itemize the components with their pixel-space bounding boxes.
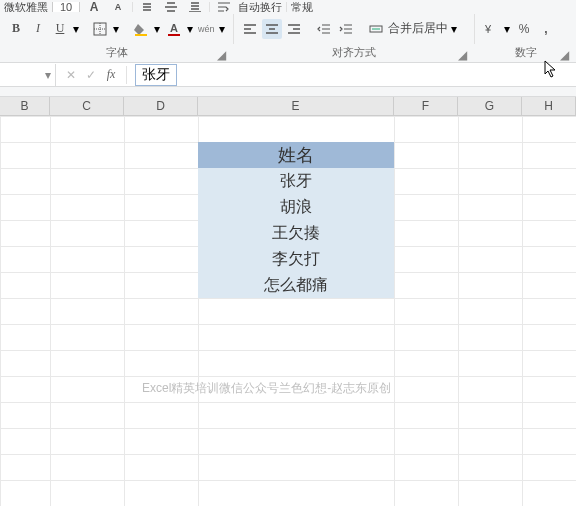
spreadsheet-grid[interactable]: 姓名张牙胡浪王欠揍李欠打怎么都痛Excel精英培训微信公众号兰色幻想-赵志东原创 (0, 116, 576, 506)
group-alignment: 合并后居中 ▾ 对齐方式 ◢ (234, 12, 474, 62)
align-center-icon[interactable] (262, 19, 282, 39)
chevron-down-icon[interactable]: ▾ (73, 22, 81, 36)
svg-rect-3 (168, 34, 180, 36)
group-number: ¥ ▾ % , 数字 ◢ (475, 12, 576, 62)
group-font-label: 字体 (0, 45, 233, 62)
confirm-icon[interactable]: ✓ (82, 66, 100, 84)
group-align-label: 对齐方式 (234, 45, 474, 62)
align-top-icon[interactable] (137, 2, 157, 12)
chevron-down-icon[interactable]: ▾ (154, 22, 162, 36)
svg-text:A: A (170, 22, 178, 34)
table-header-cell[interactable]: 姓名 (198, 142, 394, 168)
merge-center-button[interactable] (366, 19, 386, 39)
chevron-down-icon[interactable]: ▾ (45, 68, 51, 82)
table-row[interactable]: 胡浪 (198, 194, 394, 220)
merge-center-label: 合并后居中 (388, 20, 448, 37)
ribbon: 微软雅黑 10 A A 自动换行 常规 B I U ▾ ▾ ▾ (0, 0, 576, 63)
number-format-label: 常规 (291, 2, 313, 12)
fill-color-button[interactable] (131, 19, 151, 39)
formula-input-area[interactable]: 张牙 (127, 64, 576, 86)
decrease-font-icon[interactable]: A (108, 2, 128, 12)
formula-tools: ✕ ✓ fx (56, 66, 127, 84)
border-button[interactable] (90, 19, 110, 39)
name-box-input[interactable] (4, 68, 45, 82)
table-row[interactable]: 李欠打 (198, 246, 394, 272)
fx-icon[interactable]: fx (102, 66, 120, 84)
column-header-G[interactable]: G (458, 97, 522, 116)
align-right-icon[interactable] (284, 19, 304, 39)
table-row[interactable]: 王欠揍 (198, 220, 394, 246)
column-header-C[interactable]: C (50, 97, 124, 116)
chevron-down-icon[interactable]: ▾ (451, 22, 459, 36)
column-header-F[interactable]: F (394, 97, 458, 116)
column-header-B[interactable]: B (0, 97, 50, 116)
phonetic-button[interactable]: wén (196, 19, 216, 39)
watermark-text: Excel精英培训微信公众号兰色幻想-赵志东原创 (142, 380, 391, 397)
ribbon-groups: B I U ▾ ▾ ▾ A ▾ wén ▾ 字体 ◢ (0, 12, 576, 62)
align-middle-icon[interactable] (161, 2, 181, 12)
decrease-indent-icon[interactable] (314, 19, 334, 39)
dialog-launcher-icon[interactable]: ◢ (217, 48, 229, 60)
align-bottom-icon[interactable] (185, 2, 205, 12)
currency-button[interactable]: ¥ (481, 19, 501, 39)
formula-value[interactable]: 张牙 (135, 64, 177, 86)
chevron-down-icon[interactable]: ▾ (113, 22, 121, 36)
table-row[interactable]: 张牙 (198, 168, 394, 194)
cancel-icon[interactable]: ✕ (62, 66, 80, 84)
name-box[interactable]: ▾ (0, 64, 56, 86)
formula-bar: ▾ ✕ ✓ fx 张牙 (0, 63, 576, 87)
italic-button[interactable]: I (28, 19, 48, 39)
font-color-button[interactable]: A (164, 19, 184, 39)
align-left-icon[interactable] (240, 19, 260, 39)
font-size-box[interactable]: 10 (52, 2, 80, 12)
column-header-E[interactable]: E (198, 97, 394, 116)
increase-indent-icon[interactable] (336, 19, 356, 39)
dialog-launcher-icon[interactable]: ◢ (458, 48, 470, 60)
column-header-D[interactable]: D (124, 97, 198, 116)
table-row[interactable]: 怎么都痛 (198, 272, 394, 298)
svg-text:¥: ¥ (484, 23, 492, 35)
dialog-launcher-icon[interactable]: ◢ (560, 48, 572, 60)
percent-button[interactable]: % (514, 19, 534, 39)
underline-button[interactable]: U (50, 19, 70, 39)
bold-button[interactable]: B (6, 19, 26, 39)
column-header-H[interactable]: H (522, 97, 576, 116)
wrap-text-label: 自动换行 (238, 2, 282, 12)
chevron-down-icon[interactable]: ▾ (504, 22, 512, 36)
wrap-text-icon[interactable] (214, 2, 234, 12)
chevron-down-icon[interactable]: ▾ (219, 22, 227, 36)
ribbon-top-row: 微软雅黑 10 A A 自动换行 常规 (0, 2, 576, 12)
svg-rect-1 (135, 34, 147, 36)
increase-font-icon[interactable]: A (84, 2, 104, 12)
chevron-down-icon[interactable]: ▾ (187, 22, 195, 36)
comma-button[interactable]: , (536, 19, 556, 39)
group-font: B I U ▾ ▾ ▾ A ▾ wén ▾ 字体 ◢ (0, 12, 233, 62)
column-headers: BCDEFGH (0, 97, 576, 116)
font-name-fragment: 微软雅黑 (4, 2, 48, 12)
